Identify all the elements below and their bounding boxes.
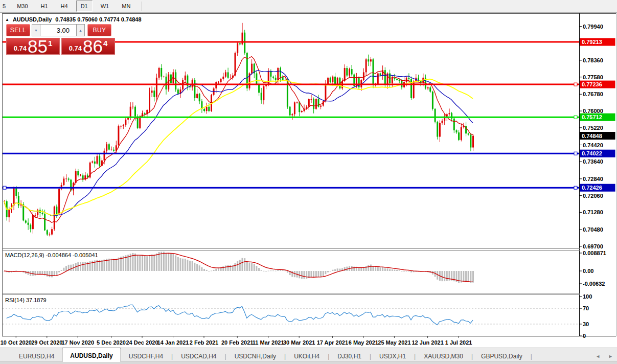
candle-body [56,207,57,214]
macd-bar [392,269,393,271]
macd-bar [182,259,184,271]
tab-gbpusd-daily[interactable]: GBPUSD,Daily [473,350,530,361]
tab-dj30-h1[interactable]: DJ30,H1 [330,350,369,361]
macd-bar [101,260,103,271]
candle-body [251,64,253,74]
volume-decrease-button[interactable]: ▼ [32,24,40,36]
candle-body [325,84,326,102]
timeframe-button-m30[interactable]: M30 [12,1,32,12]
price-axis-label: 0.77580 [583,74,603,80]
candle-body [120,126,122,127]
macd-bar [327,271,329,272]
macd-bar [189,261,191,271]
tab-eurusd-h4[interactable]: EURUSD,H4 [11,350,62,361]
candle-body [139,117,141,128]
hline-handle[interactable] [574,186,577,189]
candle-wick [321,105,321,109]
date-label: 29 Oct 2020 [31,339,62,346]
candle-wick [399,79,400,83]
candle-body [130,107,131,118]
macd-bar [237,261,238,271]
volume-increase-button[interactable]: ▲ [76,24,85,36]
candle-body [413,81,415,98]
sell-price-display[interactable]: 0.74 85 1 [6,38,60,55]
candle-body [311,99,312,100]
hline-handle[interactable] [574,152,577,155]
candle-body [427,87,429,88]
collapse-panel-icon[interactable]: ▲ [5,17,9,22]
candle-wick [66,174,66,182]
trade-buttons-row: SELL ▼ 3.00 ▲ BUY [6,24,115,36]
quote-ohlc: 0.74835 0.75060 0.74774 0.74848 [55,16,141,22]
macd-bar [394,269,395,271]
tab-usdcnh-daily[interactable]: USDCNH,Daily [227,350,284,361]
macd-bar [70,265,72,271]
date-label: 17 Nov 2020 [61,339,94,346]
candle-body [244,33,245,53]
date-label: 12 Jun 2021 [412,339,443,346]
macd-bar [194,263,195,271]
candle-body [368,59,369,61]
timeframe-button-h4[interactable]: H4 [56,1,73,12]
hline-handle[interactable] [3,186,6,189]
candle-body [332,77,333,82]
tab-ukoil-h4[interactable]: UKOil,H4 [286,350,327,361]
candle-body [158,68,160,78]
candle-body [373,59,374,84]
macd-bar [377,267,379,271]
candle-body [351,69,353,75]
buy-price-display[interactable]: 0.74 86 4 [61,38,115,55]
sell-button[interactable]: SELL [6,24,30,36]
macd-bar [442,271,443,281]
tab-xauusd-m30[interactable]: XAUUSD,M30 [416,350,471,361]
macd-bar [235,263,236,271]
macd-bar [111,259,112,271]
macd-bar [263,271,264,271]
tab-scroll-right-icon[interactable]: ► [608,354,613,359]
timeframe-button-5[interactable]: 5 [1,1,8,12]
candle-wick [132,102,133,109]
tab-usdx-h1[interactable]: USDX,H1 [372,350,414,361]
macd-bar [265,271,267,271]
hline-handle[interactable] [574,116,577,119]
tab-audusd-daily[interactable]: AUDUSD,Daily [62,348,121,362]
candle-body [294,102,295,114]
candle-body [394,78,395,79]
macd-bar [470,271,471,283]
tab-scroll-arrows: ◄ ► [596,354,613,359]
tab-scroll-left-icon[interactable]: ◄ [596,354,600,359]
candle-body [239,43,241,44]
tab-usdcad-h4[interactable]: USDCAD,H4 [173,350,224,361]
buy-button[interactable]: BUY [87,24,111,36]
candle-body [263,86,264,100]
timeframe-button-w1[interactable]: W1 [96,1,114,12]
candle-body [299,102,300,112]
candle-body [437,122,438,136]
buy-price-pip: 4 [103,39,107,48]
macd-bar [304,271,305,279]
candle-body [185,76,186,80]
candle-body [458,132,460,140]
timeframe-button-h1[interactable]: H1 [36,1,53,12]
macd-bar [187,260,188,271]
candle-wick [113,147,114,152]
macd-bar [463,271,464,282]
macd-bar [211,270,212,271]
candle-body [258,84,260,93]
hline-handle[interactable] [574,83,577,86]
macd-bar [63,268,64,271]
timeframe-button-mn[interactable]: MN [117,1,135,12]
macd-bar [227,265,229,271]
candle-body [97,156,98,164]
macd-bar [215,269,217,271]
tab-divider: | [531,353,532,360]
macd-bar [334,269,336,271]
candle-body [68,178,70,179]
candle-body [30,225,31,229]
macd-bar [444,271,445,281]
candle-body [320,106,322,107]
macd-bar [116,259,117,271]
volume-input[interactable]: 3.00 [40,24,76,36]
tab-usdchf-h4[interactable]: USDCHF,H4 [121,350,171,361]
timeframe-button-d1[interactable]: D1 [76,1,93,12]
